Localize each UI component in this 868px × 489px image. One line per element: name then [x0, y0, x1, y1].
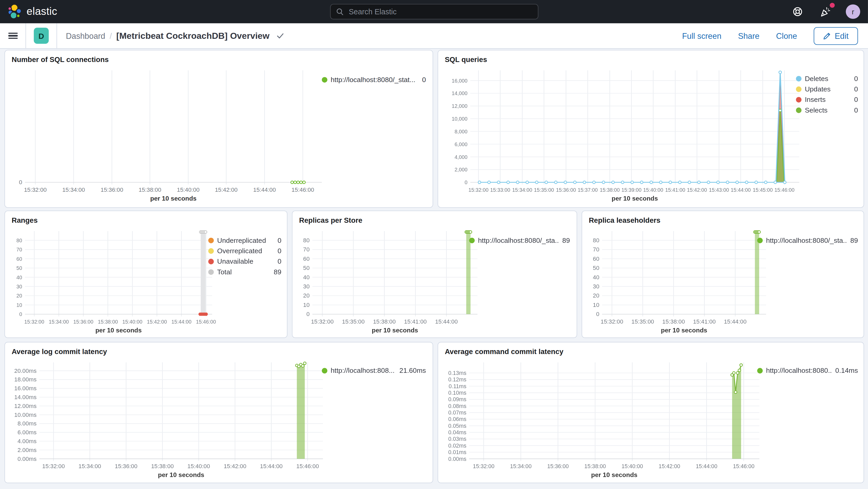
chart-number-of-sql-connections[interactable]: 15:32:0015:34:0015:36:0015:38:0015:40:00… [8, 66, 324, 203]
chart-replica-leaseholders[interactable]: 15:32:0015:35:0015:38:0015:41:0015:44:00… [585, 227, 768, 335]
legend-series-value: 0 [854, 96, 858, 104]
legend-series-value: 89 [274, 268, 281, 276]
svg-text:per 10 seconds: per 10 seconds [661, 327, 707, 334]
panel-title: Number of SQL connections [5, 51, 433, 64]
hamburger-menu-icon[interactable] [0, 23, 26, 48]
svg-text:60: 60 [17, 256, 22, 262]
legend-item[interactable]: http://localhost:8080/_sta...89 [469, 237, 570, 244]
legend-series-dot [322, 77, 328, 83]
svg-text:30: 30 [303, 283, 310, 290]
legend-series-dot [469, 238, 474, 243]
chart-legend: http://localhost:8080...0.14ms [757, 367, 858, 375]
pencil-icon [823, 32, 831, 40]
clone-button[interactable]: Clone [776, 31, 797, 40]
global-search[interactable] [330, 4, 538, 20]
svg-text:0: 0 [596, 311, 599, 317]
legend-series-dot [208, 248, 214, 254]
svg-text:15:36:00: 15:36:00 [100, 186, 123, 193]
svg-text:15:42:00: 15:42:00 [215, 186, 238, 193]
svg-text:4,000: 4,000 [455, 154, 467, 160]
kibana-dashboard-app: elastic [0, 0, 868, 489]
panel-sql-queries: SQL queries 15:32:0015:33:0015:34:0015:3… [437, 50, 864, 208]
svg-text:15:46:00: 15:46:00 [297, 463, 319, 469]
svg-text:15:41:00: 15:41:00 [693, 318, 716, 325]
svg-text:15:35:00: 15:35:00 [534, 187, 554, 193]
title-menu-check-icon[interactable] [276, 32, 284, 39]
svg-text:15:38:00: 15:38:00 [138, 186, 161, 193]
header-icons: r [790, 4, 860, 19]
legend-series-label: http://localhost:8080... [766, 367, 832, 375]
legend-series-dot [796, 76, 801, 81]
legend-item[interactable]: http://localhost:8080/_stat...0 [322, 76, 426, 84]
help-icon[interactable] [790, 4, 805, 19]
divider [57, 23, 57, 48]
elastic-logo[interactable]: elastic [8, 4, 57, 20]
svg-text:70: 70 [17, 247, 22, 252]
svg-text:15:35:00: 15:35:00 [342, 318, 365, 325]
svg-text:50: 50 [17, 265, 22, 271]
svg-text:50: 50 [593, 265, 599, 271]
newsfeed-icon[interactable] [818, 4, 832, 19]
chart-ranges[interactable]: 15:32:0015:34:0015:36:0015:38:0015:40:00… [8, 227, 214, 335]
svg-text:15:33:00: 15:33:00 [490, 187, 510, 193]
breadcrumb-dashboard-link[interactable]: Dashboard [66, 31, 105, 40]
legend-item[interactable]: Updates0 [796, 86, 858, 93]
panel-average-log-commit-latency: Average log commit latency 15:32:0015:34… [4, 342, 433, 483]
legend-series-dot [208, 259, 214, 264]
legend-series-dot [757, 368, 763, 373]
svg-text:40: 40 [593, 274, 599, 281]
svg-text:15:34:00: 15:34:00 [62, 186, 85, 193]
legend-series-value: 0 [278, 247, 281, 255]
chart-average-log-commit-latency[interactable]: 15:32:0015:34:0015:36:0015:38:0015:40:00… [8, 358, 325, 480]
dashboard-grid: Number of SQL connections 15:32:0015:34:… [0, 49, 868, 489]
svg-text:16.00ms: 16.00ms [14, 385, 37, 392]
svg-text:per 10 seconds: per 10 seconds [612, 195, 658, 202]
chart-replicas-per-store[interactable]: 15:32:0015:35:0015:38:0015:41:0015:44:00… [296, 227, 480, 335]
top-header: elastic [0, 0, 868, 23]
edit-button[interactable]: Edit [813, 27, 858, 44]
svg-text:0: 0 [307, 311, 310, 317]
full-screen-button[interactable]: Full screen [682, 31, 721, 40]
legend-item[interactable]: http://localhost:8080...0.14ms [757, 367, 858, 375]
svg-text:0.07ms: 0.07ms [448, 409, 466, 416]
svg-text:0.12ms: 0.12ms [448, 376, 466, 383]
svg-text:16,000: 16,000 [452, 78, 467, 84]
svg-text:15:34:00: 15:34:00 [510, 463, 532, 469]
svg-text:15:34:00: 15:34:00 [512, 187, 532, 193]
panel-ranges: Ranges 15:32:0015:34:0015:36:0015:38:001… [4, 211, 287, 338]
share-button[interactable]: Share [738, 31, 760, 40]
svg-text:30: 30 [17, 284, 22, 289]
svg-text:6.00ms: 6.00ms [18, 429, 36, 436]
legend-item[interactable]: Total89 [208, 268, 281, 276]
legend-series-value: 0 [422, 76, 426, 84]
legend-item[interactable]: Unavailable0 [208, 258, 281, 266]
legend-series-label: Underreplicated [217, 237, 274, 244]
legend-item[interactable]: Deletes0 [796, 75, 858, 83]
svg-text:per 10 seconds: per 10 seconds [150, 195, 197, 202]
svg-text:8.00ms: 8.00ms [18, 420, 36, 427]
legend-item[interactable]: Overreplicated0 [208, 247, 281, 255]
legend-item[interactable]: http://localhost:808...21.60ms [322, 367, 426, 375]
svg-text:60: 60 [303, 255, 310, 262]
legend-item[interactable]: Selects0 [796, 106, 858, 114]
svg-text:12.00ms: 12.00ms [14, 403, 37, 409]
chart-average-command-commit-latency[interactable]: 15:32:0015:34:0015:36:0015:38:0015:40:00… [441, 358, 762, 480]
svg-text:15:46:00: 15:46:00 [775, 187, 795, 193]
svg-text:15:46:00: 15:46:00 [196, 319, 216, 325]
svg-text:15:44:00: 15:44:00 [731, 187, 751, 193]
legend-series-label: Deletes [805, 75, 851, 83]
svg-text:20: 20 [593, 292, 599, 299]
user-avatar[interactable]: r [846, 4, 860, 19]
svg-text:15:44:00: 15:44:00 [696, 463, 717, 469]
legend-series-label: Updates [805, 86, 851, 93]
search-input[interactable] [348, 7, 532, 17]
legend-item[interactable]: Underreplicated0 [208, 237, 281, 244]
svg-text:per 10 seconds: per 10 seconds [95, 327, 142, 334]
panel-replicas-per-store: Replicas per Store 15:32:0015:35:0015:38… [292, 211, 577, 338]
svg-text:15:39:00: 15:39:00 [621, 187, 642, 193]
legend-item[interactable]: Inserts0 [796, 96, 858, 104]
svg-text:15:42:00: 15:42:00 [147, 319, 167, 325]
legend-item[interactable]: http://localhost:8080/_sta...89 [757, 237, 858, 244]
chart-sql-queries[interactable]: 15:32:0015:33:0015:34:0015:35:0015:36:00… [441, 66, 801, 203]
svg-text:15:32:00: 15:32:00 [24, 186, 46, 193]
